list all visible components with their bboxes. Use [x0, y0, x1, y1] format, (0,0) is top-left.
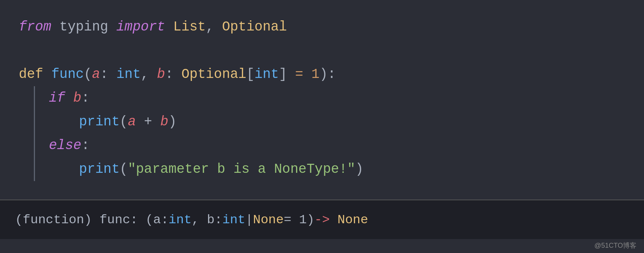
bottom-none-2: None: [337, 213, 368, 227]
code-line-1: from typing import List , Optional: [19, 15, 625, 39]
keyword-if: if: [49, 86, 65, 110]
indent-bar: [34, 86, 35, 181]
var-b-if: b: [73, 86, 82, 110]
bottom-arrow: ->: [314, 213, 330, 227]
param-b: b: [157, 62, 165, 86]
watermark: @51CTO博客: [594, 241, 636, 250]
bottom-int-1: int: [169, 213, 191, 227]
code-line-4: if b :: [19, 86, 625, 110]
keyword-import: import: [116, 15, 165, 39]
builtin-print-1: print: [79, 110, 120, 134]
builtin-print-2: print: [79, 157, 120, 181]
empty-line: [19, 39, 625, 62]
keyword-else: else: [49, 134, 81, 157]
equals-operator: =: [295, 62, 304, 86]
keyword-def: def: [19, 62, 43, 86]
string-literal: "parameter b is a NoneType!": [128, 157, 355, 181]
code-line-5: print ( a + b ): [19, 110, 625, 134]
bottom-text-2: , b:: [191, 213, 222, 227]
number-1: 1: [311, 62, 320, 86]
code-line-6: else :: [19, 134, 625, 157]
type-list: List: [173, 15, 206, 39]
bottom-text-3: = 1): [284, 213, 314, 227]
function-name: func: [51, 62, 84, 86]
type-int-1: int: [116, 62, 141, 86]
code-line-7: print ( "parameter b is a NoneType!" ): [19, 157, 625, 181]
param-a: a: [92, 62, 100, 86]
bottom-text-1: (function) func: (a:: [15, 213, 169, 227]
type-optional: Optional: [222, 15, 287, 39]
indent-block: if b : print ( a + b ) else :: [19, 86, 625, 181]
var-a: a: [128, 110, 136, 134]
code-editor: from typing import List , Optional def f…: [0, 0, 644, 200]
type-int-2: int: [255, 62, 279, 86]
var-b-print: b: [160, 110, 169, 134]
plus-op: +: [144, 110, 152, 134]
bottom-pipe: |: [245, 213, 253, 227]
type-optional-2: Optional: [181, 62, 246, 86]
module-typing: typing: [59, 15, 108, 39]
bottom-panel: (function) func: (a: int , b: int | None…: [0, 200, 644, 239]
bottom-none-1: None: [253, 213, 284, 227]
bottom-int-2: int: [222, 213, 245, 227]
code-line-3: def func ( a : int , b : Optional [ int …: [19, 62, 625, 86]
keyword-from: from: [19, 15, 51, 39]
